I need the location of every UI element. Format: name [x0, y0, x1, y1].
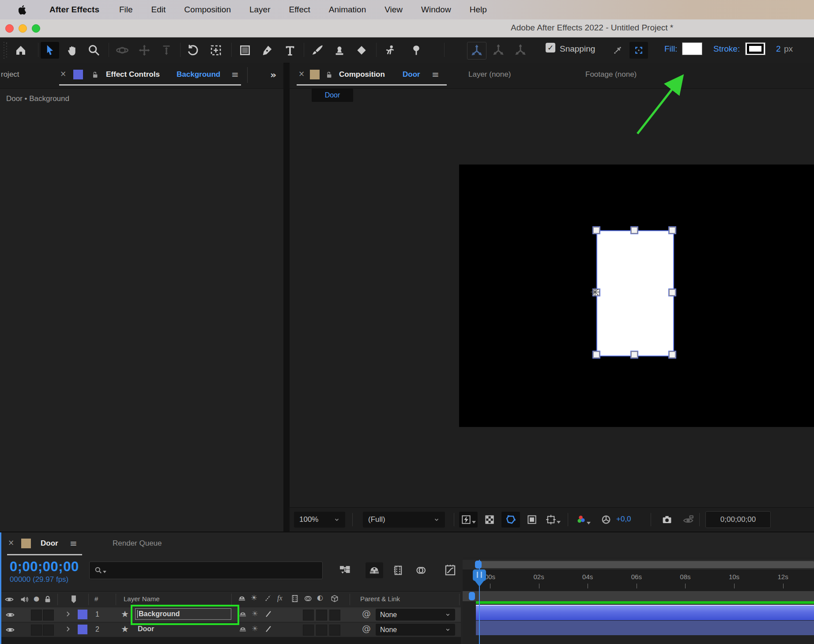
shy-toggle-icon[interactable]	[238, 625, 247, 634]
motionblur-switch-cell[interactable]	[316, 610, 327, 621]
expand-chevron-icon[interactable]	[64, 625, 72, 633]
hand-tool[interactable]	[63, 42, 81, 59]
fill-color-swatch[interactable]	[682, 42, 702, 55]
solo-toggle[interactable]	[31, 610, 42, 621]
selected-shape-rectangle[interactable]	[596, 230, 674, 356]
lock-toggle[interactable]	[43, 610, 54, 621]
selection-handle-top-center[interactable]	[631, 227, 638, 234]
comp-selector-button[interactable]: Door	[312, 89, 353, 102]
resolution-dropdown[interactable]: (Full)	[363, 512, 445, 528]
orbit-camera-tool[interactable]	[113, 42, 132, 59]
layer-name-text[interactable]: Door	[138, 625, 154, 633]
snap-beyond-edges-icon[interactable]	[608, 42, 627, 59]
parent-dropdown[interactable]: None	[376, 624, 455, 636]
selection-handle-bottom-right[interactable]	[669, 351, 676, 358]
tab-close-icon[interactable]: ×	[60, 70, 66, 78]
frame-blending-icon[interactable]	[389, 562, 407, 578]
toolbar-grip[interactable]	[4, 42, 8, 59]
menu-item-after-effects[interactable]: After Effects	[39, 5, 110, 15]
pen-tool[interactable]	[258, 42, 276, 59]
layer-label-swatch[interactable]	[78, 625, 87, 634]
tab-layer-viewer[interactable]: Layer (none)	[468, 70, 511, 79]
timeline-search-input[interactable]	[89, 562, 323, 579]
pickwhip-icon[interactable]: @	[362, 624, 371, 633]
tab-footage-viewer[interactable]: Footage (none)	[585, 70, 637, 79]
navigator-start-handle[interactable]	[469, 592, 475, 600]
tab-render-queue[interactable]: Render Queue	[113, 539, 162, 548]
panel-menu-icon[interactable]: ≡	[432, 70, 439, 79]
quality-toggle-icon[interactable]	[264, 625, 273, 633]
menu-item-animation[interactable]: Animation	[320, 5, 376, 15]
window-minimize-button[interactable]	[19, 24, 27, 33]
pan-camera-tool[interactable]	[135, 42, 154, 59]
rectangle-tool[interactable]	[236, 42, 254, 59]
panel-menu-icon[interactable]: ≡	[70, 539, 77, 548]
layer-bar-door[interactable]	[476, 621, 814, 635]
tab-effect-controls-target[interactable]: Background	[177, 70, 220, 79]
transparency-grid-button[interactable]	[480, 512, 499, 528]
channels-button[interactable]	[574, 512, 592, 528]
apple-logo-icon[interactable]	[19, 5, 26, 15]
selection-handle-bottom-center[interactable]	[631, 351, 638, 358]
time-ruler[interactable]: 00s02s04s06s08s10s12s14s	[463, 569, 814, 591]
rasterize-toggle-icon[interactable]: ☀	[252, 610, 258, 618]
exposure-icon[interactable]	[597, 512, 615, 528]
menu-item-file[interactable]: File	[110, 5, 142, 15]
panel-overflow-icon[interactable]: »	[270, 70, 276, 80]
pickwhip-icon[interactable]: @	[362, 609, 371, 618]
roto-brush-tool[interactable]	[381, 42, 399, 59]
zoom-tool[interactable]	[85, 42, 103, 59]
tab-effect-controls[interactable]: Effect Controls	[106, 70, 160, 79]
tab-composition[interactable]: Composition	[339, 70, 385, 79]
tab-close-icon[interactable]: ×	[298, 70, 305, 78]
eye-icon[interactable]	[5, 610, 15, 620]
stroke-width-value[interactable]: 2	[776, 44, 781, 54]
motion-blur-icon[interactable]	[412, 562, 430, 578]
eraser-tool[interactable]	[352, 42, 371, 59]
selection-handle-top-right[interactable]	[669, 227, 676, 234]
rasterize-toggle-icon[interactable]: ☀	[252, 625, 258, 633]
puppet-pin-tool[interactable]	[407, 42, 426, 59]
fill-label[interactable]: Fill:	[664, 44, 678, 54]
effects-switch-cell[interactable]	[303, 610, 314, 621]
roi-tool[interactable]	[207, 42, 225, 59]
viewer-timecode[interactable]: 0;00;00;00	[705, 511, 771, 528]
selection-handle-mid-right[interactable]	[669, 289, 676, 296]
panel-menu-icon[interactable]: ≡	[231, 70, 239, 79]
menu-item-window[interactable]: Window	[412, 5, 460, 15]
playhead-handle[interactable]	[473, 569, 486, 581]
region-of-interest-button[interactable]	[523, 512, 541, 528]
window-zoom-button[interactable]	[32, 24, 40, 33]
composition-viewport[interactable]	[459, 165, 814, 427]
menu-item-composition[interactable]: Composition	[175, 5, 240, 15]
work-area-start-handle[interactable]	[475, 561, 482, 569]
work-area-strip[interactable]	[463, 560, 814, 569]
timeline-graph-area[interactable]: 00s02s04s06s08s10s12s14s	[463, 557, 814, 644]
type-tool[interactable]	[281, 42, 299, 59]
current-timecode[interactable]: 0;00;00;00	[10, 559, 79, 575]
snap-guides-icon[interactable]	[629, 42, 648, 59]
menu-item-view[interactable]: View	[375, 5, 412, 15]
shy-toggle-icon[interactable]	[238, 610, 247, 619]
parent-dropdown[interactable]: None	[376, 609, 455, 621]
layer-name-column-header[interactable]: Layer Name	[124, 595, 160, 603]
unlock-icon[interactable]	[91, 70, 100, 79]
anchor-point-icon[interactable]	[590, 287, 600, 297]
eye-icon[interactable]	[5, 625, 15, 635]
threed-switch-cell[interactable]	[329, 625, 340, 636]
lock-toggle[interactable]	[43, 625, 54, 636]
solo-toggle[interactable]	[31, 625, 42, 636]
show-snapshot-icon[interactable]	[679, 512, 697, 528]
selection-handle-top-left[interactable]	[593, 227, 600, 234]
home-tool[interactable]	[11, 42, 30, 59]
menu-item-effect[interactable]: Effect	[280, 5, 320, 15]
draft-3d-icon[interactable]	[366, 562, 383, 578]
fast-previews-button[interactable]	[459, 512, 478, 528]
expand-chevron-icon[interactable]	[64, 610, 72, 618]
snapping-checkbox[interactable]: ✓	[546, 43, 555, 52]
grid-and-guides-button[interactable]	[544, 512, 562, 528]
motionblur-switch-cell[interactable]	[316, 625, 327, 636]
dolly-camera-tool[interactable]	[157, 42, 176, 59]
quality-toggle-icon[interactable]	[264, 610, 273, 618]
rotation-tool[interactable]	[184, 42, 202, 59]
